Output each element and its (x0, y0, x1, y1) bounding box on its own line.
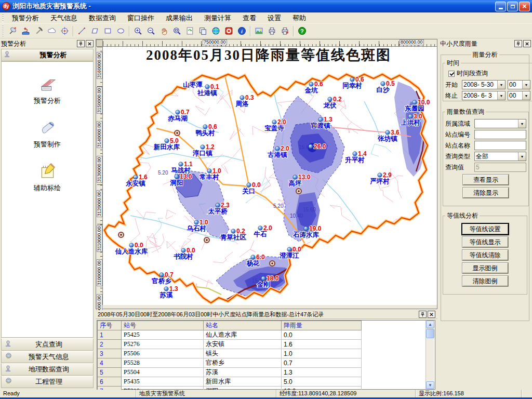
menu-item-5[interactable]: 测量计算 (198, 12, 237, 24)
print-icon[interactable] (266, 25, 278, 37)
table-row[interactable]: 6P5435新田水库5.0 (98, 377, 362, 387)
menu-item-0[interactable]: 预警分析 (6, 12, 45, 24)
refresh-view-icon[interactable] (184, 25, 196, 37)
end-date-combo[interactable]: 2008- 6- 3▼ (462, 91, 506, 100)
minimize-button[interactable] (495, 2, 506, 11)
contour-button-1[interactable]: 等值线显示 (462, 237, 508, 247)
pin-icon[interactable] (77, 40, 85, 47)
export-image-icon[interactable] (253, 25, 265, 37)
cell-station-id: P5435 (122, 377, 204, 387)
info-icon[interactable]: i (236, 25, 248, 37)
sidebar-item-1[interactable]: 预警天气信息 (1, 351, 94, 363)
rainfall-table[interactable]: 序号站号站名降雨量 1P5425仙人造水库0.02P5276永安镇1.63P55… (97, 321, 362, 390)
zoom-in-icon[interactable] (132, 25, 144, 37)
end-hour-combo[interactable]: 00▼ (508, 91, 530, 100)
column-header-2[interactable]: 站名 (204, 321, 282, 330)
contour-button-3[interactable]: 显示图例 (462, 263, 508, 273)
chevron-down-icon[interactable]: ▼ (518, 152, 526, 161)
disaster-point-icon[interactable] (20, 25, 32, 37)
menu-item-4[interactable]: 成果输出 (160, 12, 198, 24)
help-icon[interactable]: ? (296, 25, 308, 37)
menu-item-1[interactable]: 天气信息 (45, 12, 83, 24)
svg-text:龙伏: 龙伏 (323, 102, 337, 109)
survey-pick-icon[interactable] (33, 25, 45, 37)
query-button-0[interactable]: 查看显示 (463, 175, 509, 185)
pan-hand-icon[interactable] (158, 25, 170, 37)
cell-station-name: 苏溪 (204, 368, 282, 377)
query-button-1[interactable]: 清除显示 (463, 188, 509, 198)
menu-item-6[interactable]: 查看 (237, 12, 262, 24)
scroll-thumb[interactable] (426, 329, 434, 338)
start-date-combo[interactable]: 2008- 5-30▼ (462, 80, 506, 89)
toolbar-grip[interactable] (1, 25, 5, 37)
print-setup-icon[interactable] (279, 25, 291, 37)
chevron-down-icon[interactable]: ▼ (497, 91, 505, 100)
stop-icon[interactable] (223, 25, 235, 37)
globe-icon[interactable] (210, 25, 222, 37)
ruler-left-label: 3120000.00 (97, 190, 102, 217)
radar-icon[interactable] (7, 25, 19, 37)
chevron-down-icon[interactable]: ▼ (497, 81, 505, 89)
table-row[interactable]: 2P5276永安镇1.6 (98, 340, 362, 349)
svg-text:牛石: 牛石 (254, 231, 268, 238)
draw-line-icon[interactable] (76, 25, 88, 37)
copy-view-icon[interactable] (197, 25, 209, 37)
ruler-left-label: 3160000.00 (97, 52, 102, 79)
table-row[interactable]: 5P5504苏溪1.3 (98, 368, 362, 377)
chevron-down-icon[interactable]: ▼ (518, 119, 526, 128)
restore-button[interactable] (507, 2, 518, 11)
sidebar-item-2[interactable]: 地理数据查询 (1, 363, 94, 376)
time-group: 时间 时间段查询 开始 2008- 5-30▼ 00▼ 终止 2008- 6- … (443, 59, 532, 101)
field-select-3[interactable]: 全部▼ (474, 152, 526, 161)
tool-button-0[interactable]: 预警分析 (34, 74, 61, 105)
column-header-3[interactable]: 降雨量 (282, 321, 362, 330)
menu-item-8[interactable]: 帮助 (287, 12, 312, 24)
table-row[interactable]: 4P5528官桥乡0.7 (98, 358, 362, 368)
draw-polygon-icon[interactable] (89, 25, 101, 37)
pin-icon[interactable] (514, 40, 522, 47)
zoom-select-icon[interactable] (171, 25, 183, 37)
menu-item-2[interactable]: 数据查询 (83, 12, 122, 24)
start-hour-combo[interactable]: 00▼ (508, 80, 530, 89)
time-range-checkbox[interactable] (448, 71, 455, 77)
close-button[interactable]: ✕ (519, 2, 530, 11)
target-icon[interactable] (59, 25, 71, 37)
draw-ellipse-icon[interactable] (115, 25, 127, 37)
table-scrollbar[interactable]: ▲ ▼ (425, 321, 434, 389)
contour-button-2[interactable]: 等值线清除 (462, 250, 508, 260)
sidebar-item-0[interactable]: 灾点查询 (1, 338, 94, 351)
contour-button-0[interactable]: 等值线设置 (462, 224, 508, 234)
menu-item-7[interactable]: 设置 (262, 12, 287, 24)
scroll-down-icon[interactable]: ▼ (426, 381, 434, 389)
menu-item-3[interactable]: 窗口操作 (122, 12, 160, 24)
field-input-1[interactable] (474, 130, 526, 139)
map-window: 750000.00800000.00 3160000.003150000.003… (96, 39, 437, 309)
field-select-0[interactable]: ▼ (474, 119, 526, 128)
column-header-1[interactable]: 站号 (122, 321, 204, 330)
contour-button-4[interactable]: 清除图例 (462, 276, 508, 286)
draw-rectangle-icon[interactable] (102, 25, 114, 37)
svg-text:杨花: 杨花 (246, 260, 260, 267)
rainfall-contour-map[interactable]: 5.2010.4015.605.2015.6010.4015.62008年05月… (103, 47, 437, 305)
table-row[interactable]: 3P5506镇头1.0 (98, 349, 362, 358)
close-icon[interactable]: ✕ (523, 40, 531, 47)
chevron-down-icon[interactable]: ▼ (522, 81, 530, 89)
close-icon[interactable]: ✕ (428, 311, 435, 318)
cell-seq: 6 (98, 377, 122, 387)
field-input-2[interactable] (474, 141, 526, 150)
scroll-up-icon[interactable]: ▲ (426, 321, 434, 328)
sidebar-item-3[interactable]: 工程管理 (1, 376, 94, 388)
cell-seq: 1 (98, 330, 122, 340)
menubar-grip[interactable] (1, 14, 5, 22)
pin-icon[interactable] (419, 311, 427, 318)
close-icon[interactable]: ✕ (86, 40, 94, 47)
weather-cloud-icon[interactable] (46, 25, 58, 37)
zoom-out-icon[interactable] (145, 25, 157, 37)
tool-button-1[interactable]: 预警制作 (34, 118, 61, 149)
tool-button-2[interactable]: 辅助标绘 (34, 162, 61, 193)
start-label: 开始 (445, 81, 462, 89)
table-row[interactable]: 1P5425仙人造水库0.0 (98, 330, 362, 340)
column-header-0[interactable]: 序号 (98, 321, 122, 330)
map-canvas[interactable]: 5.2010.4015.605.2015.6010.4015.62008年05月… (103, 47, 437, 305)
chevron-down-icon[interactable]: ▼ (522, 91, 530, 100)
